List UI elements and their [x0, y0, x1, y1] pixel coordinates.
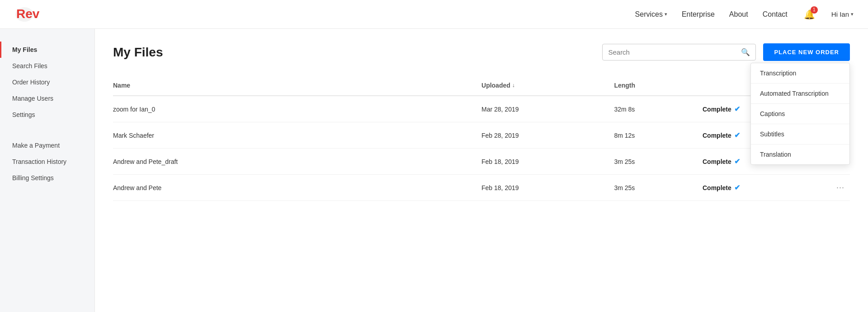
check-circle-icon: ✔	[734, 105, 740, 113]
main-content: My Files 🔍 PLACE NEW ORDER Transcription…	[95, 29, 868, 312]
search-input[interactable]	[608, 48, 741, 56]
cell-length: 32m 8s	[614, 96, 703, 122]
check-circle-icon: ✔	[734, 157, 740, 166]
cell-actions: ···	[806, 175, 850, 201]
cell-uploaded: Feb 18, 2019	[481, 175, 614, 201]
files-table: Name Uploaded ↓ Length zoom for Ian_0 Ma…	[113, 75, 850, 201]
table-row: Mark Schaefer Feb 28, 2019 8m 12s Comple…	[113, 122, 850, 149]
sidebar-item-transaction-history[interactable]: Transaction History	[0, 154, 94, 170]
notification-badge: 1	[811, 6, 818, 14]
col-header-length: Length	[614, 75, 703, 96]
table-row: Andrew and Pete Feb 18, 2019 3m 25s Comp…	[113, 175, 850, 201]
sidebar-item-order-history[interactable]: Order History	[0, 74, 94, 90]
place-order-wrapper: PLACE NEW ORDER Transcription Automated …	[763, 43, 850, 61]
cell-length: 3m 25s	[614, 149, 703, 175]
table-header: Name Uploaded ↓ Length	[113, 75, 850, 96]
sort-arrow-icon[interactable]: ↓	[512, 82, 515, 88]
cell-length: 8m 12s	[614, 122, 703, 149]
cell-name: Mark Schaefer	[113, 122, 481, 149]
status-label: Complete	[703, 184, 731, 191]
sidebar-item-manage-users[interactable]: Manage Users	[0, 90, 94, 107]
topnav-links: Services ▾ Enterprise About Contact 🔔 1 …	[635, 7, 854, 22]
chevron-down-icon: ▾	[851, 11, 854, 17]
dropdown-item-transcription[interactable]: Transcription	[751, 63, 849, 84]
dropdown-item-automated-transcription[interactable]: Automated Transcription	[751, 84, 849, 104]
main-header: My Files 🔍 PLACE NEW ORDER Transcription…	[113, 43, 850, 61]
nav-services[interactable]: Services ▾	[635, 10, 667, 19]
sidebar-section-billing: Make a Payment Transaction History Billi…	[0, 137, 94, 186]
chevron-down-icon: ▾	[665, 11, 667, 17]
nav-contact[interactable]: Contact	[763, 10, 788, 19]
top-navigation: Rev Services ▾ Enterprise About Contact …	[0, 0, 868, 29]
search-icon: 🔍	[741, 48, 750, 56]
notification-bell-button[interactable]: 🔔 1	[802, 7, 817, 22]
user-menu[interactable]: Hi Ian ▾	[831, 10, 854, 18]
sidebar-item-settings[interactable]: Settings	[0, 107, 94, 123]
table-body: zoom for Ian_0 Mar 28, 2019 32m 8s Compl…	[113, 96, 850, 201]
cell-uploaded: Feb 28, 2019	[481, 122, 614, 149]
sidebar-item-billing-settings[interactable]: Billing Settings	[0, 170, 94, 186]
app-layout: My Files Search Files Order History Mana…	[0, 29, 868, 312]
place-new-order-button[interactable]: PLACE NEW ORDER	[763, 43, 850, 61]
table-row: zoom for Ian_0 Mar 28, 2019 32m 8s Compl…	[113, 96, 850, 122]
sidebar-section-main: My Files Search Files Order History Mana…	[0, 42, 94, 123]
col-header-name: Name	[113, 75, 481, 96]
nav-enterprise[interactable]: Enterprise	[682, 10, 715, 19]
more-options-button[interactable]: ···	[836, 183, 844, 192]
status-label: Complete	[703, 132, 731, 139]
status-label: Complete	[703, 158, 731, 165]
col-header-uploaded: Uploaded ↓	[481, 75, 614, 96]
cell-length: 3m 25s	[614, 175, 703, 201]
cell-name: Andrew and Pete	[113, 175, 481, 201]
check-circle-icon: ✔	[734, 131, 740, 140]
sidebar-item-make-payment[interactable]: Make a Payment	[0, 137, 94, 154]
sidebar-item-my-files[interactable]: My Files	[0, 42, 94, 58]
status-label: Complete	[703, 106, 731, 113]
dropdown-item-subtitles[interactable]: Subtitles	[751, 124, 849, 144]
check-circle-icon: ✔	[734, 183, 740, 192]
svg-text:Rev: Rev	[16, 7, 40, 21]
page-title: My Files	[113, 45, 602, 60]
nav-about[interactable]: About	[729, 10, 748, 19]
cell-status: Complete ✔	[703, 175, 806, 201]
cell-uploaded: Mar 28, 2019	[481, 96, 614, 122]
search-button[interactable]: 🔍	[741, 48, 750, 56]
sidebar-item-search-files[interactable]: Search Files	[0, 58, 94, 74]
cell-name: zoom for Ian_0	[113, 96, 481, 122]
logo[interactable]: Rev	[14, 6, 51, 23]
dropdown-item-captions[interactable]: Captions	[751, 104, 849, 124]
search-bar: 🔍	[602, 44, 756, 61]
table-row: Andrew and Pete_draft Feb 18, 2019 3m 25…	[113, 149, 850, 175]
dropdown-item-translation[interactable]: Translation	[751, 144, 849, 164]
place-order-dropdown: Transcription Automated Transcription Ca…	[750, 63, 850, 165]
cell-uploaded: Feb 18, 2019	[481, 149, 614, 175]
sidebar: My Files Search Files Order History Mana…	[0, 29, 95, 312]
cell-name: Andrew and Pete_draft	[113, 149, 481, 175]
